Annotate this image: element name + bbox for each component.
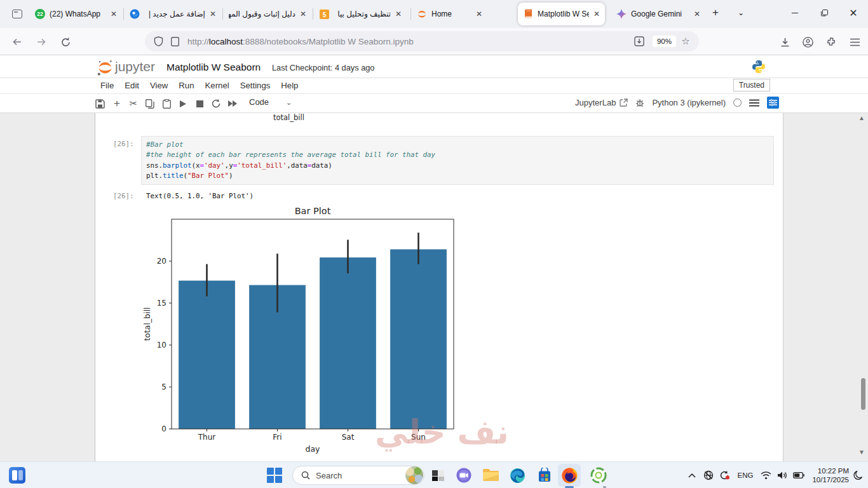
sync-update-icon[interactable] <box>717 468 733 483</box>
notebook-content: ▲ ▼ total_bill [26]: #Bar plot#the heigh… <box>0 113 868 461</box>
paste-cell-icon[interactable] <box>159 97 173 111</box>
widgets-icon[interactable] <box>9 467 25 484</box>
menu-edit[interactable]: Edit <box>125 81 139 90</box>
menu-kernel[interactable]: Kernel <box>205 81 229 90</box>
tab-title: إضافة عمل جديد | <box>144 10 205 18</box>
jupyterlab-link[interactable]: JupyterLab <box>575 98 616 107</box>
browser-tab-6[interactable]: Matplotlib W Sea✕ <box>518 3 605 25</box>
browser-tab-2[interactable]: إضافة عمل جديد |✕ <box>125 3 221 25</box>
taskbar-store-icon[interactable] <box>536 466 553 484</box>
shield-icon[interactable] <box>154 36 164 46</box>
debugger-icon[interactable] <box>635 98 644 107</box>
jupyter-header: jupyter Matplotlib W Seaborn Last Checkp… <box>0 55 868 78</box>
scrollbar-thumb[interactable] <box>861 378 865 410</box>
tab-title: (22) WhatsApp <box>50 10 106 18</box>
taskbar-explorer-icon[interactable] <box>482 466 499 484</box>
tray-chevron-icon[interactable] <box>684 468 700 483</box>
menu-icon[interactable] <box>846 34 863 50</box>
scroll-down-icon[interactable]: ▼ <box>858 449 865 456</box>
taskbar-photos-icon[interactable] <box>430 466 447 484</box>
add-cell-icon[interactable]: + <box>110 97 124 111</box>
menu-help[interactable]: Help <box>281 81 298 90</box>
search-highlight-image[interactable] <box>405 466 423 484</box>
url-bar[interactable]: http://localhost:8888/notebooks/Matplotl… <box>145 31 699 51</box>
tab-close-icon[interactable]: ✕ <box>395 10 402 18</box>
extensions-icon[interactable] <box>823 34 839 50</box>
tab-close-icon[interactable]: ✕ <box>476 10 482 18</box>
notebook-title[interactable]: Matplotlib W Seaborn <box>166 62 261 73</box>
cell-type-select[interactable]: Code <box>249 97 269 107</box>
jupyter-icon <box>417 9 427 19</box>
tab-close-icon[interactable]: ✕ <box>300 10 306 18</box>
zoom-level-chip[interactable]: 90% <box>653 36 676 47</box>
svg-text:Bar Plot: Bar Plot <box>295 206 331 216</box>
no-internet-icon[interactable] <box>700 468 717 483</box>
tab-close-icon[interactable]: ✕ <box>210 10 216 18</box>
kernel-name-label[interactable]: Python 3 (ipykernel) <box>652 98 726 107</box>
battery-icon[interactable] <box>790 468 807 483</box>
new-tab-button[interactable]: + <box>707 6 724 19</box>
browser-tabstrip: 22(22) WhatsApp✕إضافة عمل جديد |✕دليل إث… <box>0 0 868 28</box>
jupyter-logo-icon[interactable] <box>97 59 114 77</box>
notebook-tools-icon[interactable] <box>767 97 779 109</box>
svg-text:5: 5 <box>322 11 326 18</box>
wifi-icon[interactable] <box>757 468 774 483</box>
volume-icon[interactable] <box>774 468 790 483</box>
copy-cell-icon[interactable] <box>143 97 157 111</box>
trusted-button[interactable]: Trusted <box>733 79 770 92</box>
menu-file[interactable]: File <box>100 81 114 90</box>
clock[interactable]: 10:22 PM 10/17/2025 <box>812 466 849 484</box>
menu-view[interactable]: View <box>150 81 168 90</box>
back-icon[interactable] <box>9 34 25 50</box>
account-icon[interactable] <box>799 34 816 50</box>
start-button-icon[interactable] <box>267 468 283 484</box>
tab-close-icon[interactable]: ✕ <box>593 10 600 18</box>
window-close-button[interactable]: ✕ <box>839 0 868 25</box>
browser-tab-5[interactable]: Home✕ <box>412 3 487 25</box>
tab-title: Google Gemini <box>631 10 689 18</box>
moon-icon[interactable] <box>849 468 868 483</box>
taskbar-camera-app-icon[interactable] <box>455 466 473 484</box>
tab-close-icon[interactable]: ✕ <box>694 10 700 18</box>
window-maximize-button[interactable] <box>810 0 839 25</box>
browser-tab-1[interactable]: 22(22) WhatsApp✕ <box>30 3 122 25</box>
search-box[interactable]: Search <box>292 466 424 485</box>
restart-kernel-icon[interactable] <box>209 97 223 111</box>
reload-icon[interactable] <box>57 34 74 50</box>
menu-run[interactable]: Run <box>179 81 194 90</box>
taskbar-green-app-icon[interactable] <box>590 466 607 484</box>
bookmark-star-icon[interactable]: ☆ <box>680 36 691 47</box>
page-info-icon[interactable] <box>171 36 181 46</box>
scroll-up-icon[interactable]: ▲ <box>858 114 865 121</box>
whatsapp-icon: 22 <box>35 9 45 19</box>
run-cell-icon[interactable] <box>176 97 190 111</box>
taskbar-firefox-icon[interactable] <box>560 466 578 484</box>
browser-tab-3[interactable]: دليل إثبات وقبول المها✕ <box>224 3 311 25</box>
downloads-icon[interactable] <box>776 34 793 50</box>
window-minimize-button[interactable]: ─ <box>780 0 810 25</box>
output-prompt: [26]: <box>113 192 134 200</box>
tab-title: Matplotlib W Sea <box>538 10 589 18</box>
save-page-icon[interactable] <box>634 36 645 47</box>
svg-text:Thur: Thur <box>198 433 216 442</box>
svg-text:Fri: Fri <box>273 433 281 442</box>
svg-text:15: 15 <box>157 299 166 308</box>
kernel-list-icon[interactable] <box>749 99 759 107</box>
kernel-status-icon <box>733 98 742 107</box>
tab-overview-icon[interactable] <box>8 7 27 21</box>
tab-close-icon[interactable]: ✕ <box>111 10 117 18</box>
browser-tab-7[interactable]: Google Gemini✕ <box>611 3 705 25</box>
menu-settings[interactable]: Settings <box>240 81 271 90</box>
run-all-icon[interactable] <box>226 97 240 111</box>
save-icon[interactable] <box>93 97 107 111</box>
code-editor[interactable]: #Bar plot#the height of each bar represe… <box>146 140 435 181</box>
forward-icon[interactable] <box>33 34 50 50</box>
taskbar-edge-icon[interactable] <box>508 466 526 484</box>
external-link-icon[interactable] <box>620 98 628 107</box>
stop-kernel-icon[interactable] <box>193 97 207 111</box>
language-indicator[interactable]: ENG <box>733 471 758 479</box>
cut-cell-icon[interactable]: ✂ <box>126 97 140 111</box>
tab-dropdown-button[interactable]: ⌄ <box>732 8 750 17</box>
browser-tab-4[interactable]: 5تنظيف وتحليل بيا✕ <box>314 3 407 25</box>
search-placeholder: Search <box>316 471 405 480</box>
